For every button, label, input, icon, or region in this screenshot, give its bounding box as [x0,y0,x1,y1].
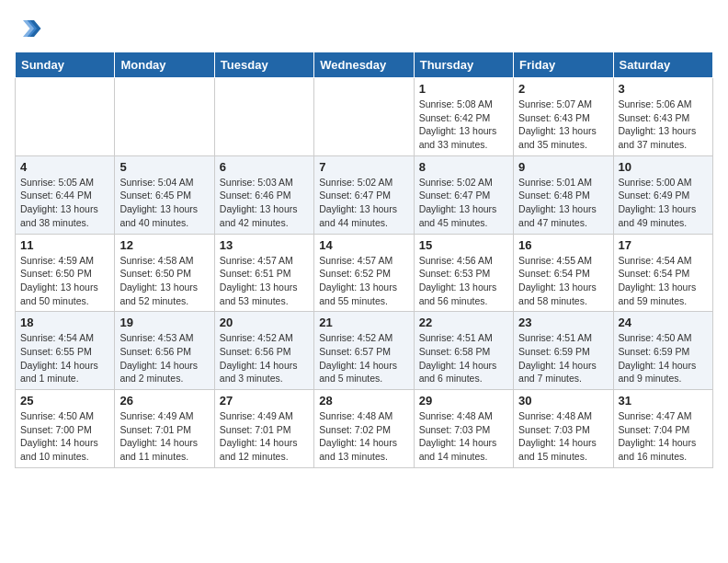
day-info: Sunrise: 4:48 AM Sunset: 7:03 PM Dayligh… [419,409,508,464]
day-number: 6 [220,160,309,174]
day-info: Sunrise: 5:00 AM Sunset: 6:49 PM Dayligh… [619,176,708,230]
calendar-cell: 15Sunrise: 4:56 AM Sunset: 6:53 PM Dayli… [414,234,513,312]
calendar-table: SundayMondayTuesdayWednesdayThursdayFrid… [15,52,713,468]
page-header [15,15,713,42]
day-info: Sunrise: 4:52 AM Sunset: 6:57 PM Dayligh… [319,331,408,385]
calendar-cell: 5Sunrise: 5:04 AM Sunset: 6:45 PM Daylig… [115,155,214,234]
calendar-cell [214,78,313,156]
calendar-cell: 2Sunrise: 5:07 AM Sunset: 6:43 PM Daylig… [514,78,613,156]
day-info: Sunrise: 5:05 AM Sunset: 6:44 PM Dayligh… [20,176,109,230]
day-number: 31 [619,394,708,408]
calendar-cell: 28Sunrise: 4:48 AM Sunset: 7:02 PM Dayli… [314,390,414,468]
day-number: 30 [518,394,608,408]
calendar-cell: 19Sunrise: 4:53 AM Sunset: 6:56 PM Dayli… [115,312,214,390]
day-number: 11 [20,238,109,252]
day-info: Sunrise: 5:02 AM Sunset: 6:47 PM Dayligh… [419,176,508,230]
day-info: Sunrise: 4:48 AM Sunset: 7:02 PM Dayligh… [319,409,408,464]
day-number: 23 [518,316,608,329]
day-info: Sunrise: 5:03 AM Sunset: 6:46 PM Dayligh… [220,176,309,230]
calendar-week-1: 1Sunrise: 5:08 AM Sunset: 6:42 PM Daylig… [16,78,713,156]
calendar-cell: 6Sunrise: 5:03 AM Sunset: 6:46 PM Daylig… [214,155,313,234]
day-info: Sunrise: 4:49 AM Sunset: 7:01 PM Dayligh… [119,409,209,464]
day-number: 26 [119,394,209,408]
weekday-header-sunday: Sunday [16,52,115,78]
calendar-cell: 7Sunrise: 5:02 AM Sunset: 6:47 PM Daylig… [314,155,414,234]
calendar-cell: 1Sunrise: 5:08 AM Sunset: 6:42 PM Daylig… [414,78,513,156]
day-number: 15 [419,238,508,252]
calendar-cell: 3Sunrise: 5:06 AM Sunset: 6:43 PM Daylig… [613,78,712,156]
day-number: 22 [419,316,508,329]
day-info: Sunrise: 4:57 AM Sunset: 6:52 PM Dayligh… [319,254,408,308]
weekday-header-monday: Monday [115,52,214,78]
day-number: 14 [319,238,408,252]
logo [15,15,46,42]
weekday-header-thursday: Thursday [414,52,513,78]
day-info: Sunrise: 4:54 AM Sunset: 6:55 PM Dayligh… [20,331,109,385]
calendar-cell: 14Sunrise: 4:57 AM Sunset: 6:52 PM Dayli… [314,234,414,312]
weekday-header-wednesday: Wednesday [314,52,414,78]
calendar-cell: 25Sunrise: 4:50 AM Sunset: 7:00 PM Dayli… [16,390,115,468]
day-info: Sunrise: 5:08 AM Sunset: 6:42 PM Dayligh… [419,98,508,152]
day-number: 13 [220,238,309,252]
day-number: 8 [419,160,508,174]
day-info: Sunrise: 4:56 AM Sunset: 6:53 PM Dayligh… [419,254,508,308]
calendar-cell [16,78,115,156]
calendar-cell: 4Sunrise: 5:05 AM Sunset: 6:44 PM Daylig… [16,155,115,234]
day-info: Sunrise: 5:04 AM Sunset: 6:45 PM Dayligh… [119,176,209,230]
day-info: Sunrise: 5:02 AM Sunset: 6:47 PM Dayligh… [319,176,408,230]
calendar-cell: 29Sunrise: 4:48 AM Sunset: 7:03 PM Dayli… [414,390,513,468]
day-info: Sunrise: 4:50 AM Sunset: 7:00 PM Dayligh… [20,409,109,464]
day-number: 4 [20,160,109,174]
day-number: 2 [518,82,608,96]
calendar-week-3: 11Sunrise: 4:59 AM Sunset: 6:50 PM Dayli… [16,234,713,312]
calendar-cell: 24Sunrise: 4:50 AM Sunset: 6:59 PM Dayli… [613,312,712,390]
day-info: Sunrise: 4:57 AM Sunset: 6:51 PM Dayligh… [220,254,309,308]
calendar-cell: 18Sunrise: 4:54 AM Sunset: 6:55 PM Dayli… [16,312,115,390]
day-number: 20 [220,316,309,329]
day-number: 10 [619,160,708,174]
calendar-cell: 8Sunrise: 5:02 AM Sunset: 6:47 PM Daylig… [414,155,513,234]
day-info: Sunrise: 4:51 AM Sunset: 6:58 PM Dayligh… [419,331,508,385]
day-number: 25 [20,394,109,408]
day-number: 27 [220,394,309,408]
calendar-cell: 21Sunrise: 4:52 AM Sunset: 6:57 PM Dayli… [314,312,414,390]
weekday-header-friday: Friday [514,52,613,78]
day-number: 29 [419,394,508,408]
calendar-cell: 13Sunrise: 4:57 AM Sunset: 6:51 PM Dayli… [214,234,313,312]
logo-icon [15,15,42,42]
calendar-header-row: SundayMondayTuesdayWednesdayThursdayFrid… [16,52,713,78]
calendar-cell: 11Sunrise: 4:59 AM Sunset: 6:50 PM Dayli… [16,234,115,312]
day-info: Sunrise: 4:51 AM Sunset: 6:59 PM Dayligh… [518,331,608,385]
day-info: Sunrise: 4:55 AM Sunset: 6:54 PM Dayligh… [518,254,608,308]
calendar-cell [314,78,414,156]
calendar-week-5: 25Sunrise: 4:50 AM Sunset: 7:00 PM Dayli… [16,390,713,468]
day-number: 18 [20,316,109,329]
day-number: 3 [619,82,708,96]
day-info: Sunrise: 4:52 AM Sunset: 6:56 PM Dayligh… [220,331,309,385]
day-info: Sunrise: 4:49 AM Sunset: 7:01 PM Dayligh… [220,409,309,464]
day-number: 21 [319,316,408,329]
calendar-body: 1Sunrise: 5:08 AM Sunset: 6:42 PM Daylig… [16,78,713,468]
day-info: Sunrise: 4:54 AM Sunset: 6:54 PM Dayligh… [619,254,708,308]
day-info: Sunrise: 4:53 AM Sunset: 6:56 PM Dayligh… [119,331,209,385]
day-number: 16 [518,238,608,252]
calendar-cell: 27Sunrise: 4:49 AM Sunset: 7:01 PM Dayli… [214,390,313,468]
day-number: 5 [119,160,209,174]
calendar-week-4: 18Sunrise: 4:54 AM Sunset: 6:55 PM Dayli… [16,312,713,390]
day-number: 7 [319,160,408,174]
day-info: Sunrise: 5:07 AM Sunset: 6:43 PM Dayligh… [518,98,608,152]
day-info: Sunrise: 4:47 AM Sunset: 7:04 PM Dayligh… [619,409,708,464]
weekday-header-tuesday: Tuesday [214,52,313,78]
calendar-cell: 17Sunrise: 4:54 AM Sunset: 6:54 PM Dayli… [613,234,712,312]
calendar-cell [115,78,214,156]
calendar-cell: 20Sunrise: 4:52 AM Sunset: 6:56 PM Dayli… [214,312,313,390]
day-info: Sunrise: 5:01 AM Sunset: 6:48 PM Dayligh… [518,176,608,230]
calendar-cell: 10Sunrise: 5:00 AM Sunset: 6:49 PM Dayli… [613,155,712,234]
day-number: 12 [119,238,209,252]
day-info: Sunrise: 4:59 AM Sunset: 6:50 PM Dayligh… [20,254,109,308]
calendar-cell: 26Sunrise: 4:49 AM Sunset: 7:01 PM Dayli… [115,390,214,468]
calendar-cell: 9Sunrise: 5:01 AM Sunset: 6:48 PM Daylig… [514,155,613,234]
day-number: 1 [419,82,508,96]
day-info: Sunrise: 4:48 AM Sunset: 7:03 PM Dayligh… [518,409,608,464]
day-number: 9 [518,160,608,174]
